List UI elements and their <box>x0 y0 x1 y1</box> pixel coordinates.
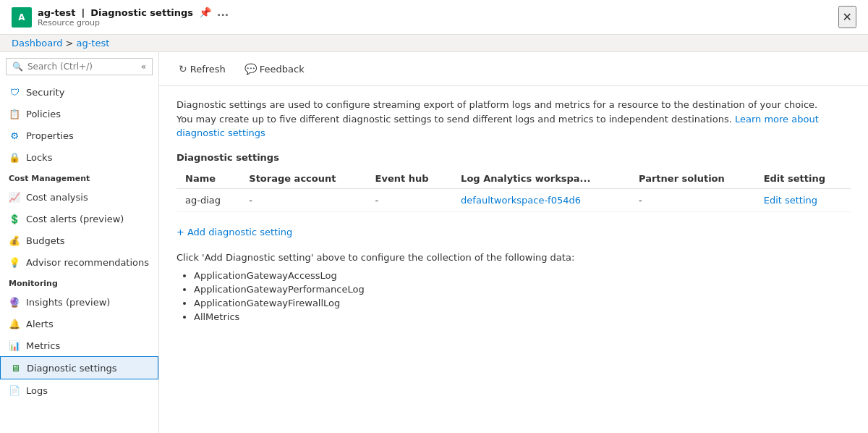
sidebar-label-insights: Insights (preview) <box>26 297 110 308</box>
col-name: Name <box>176 169 240 189</box>
breadcrumb-dashboard[interactable]: Dashboard <box>12 38 63 49</box>
sidebar-item-security[interactable]: 🛡 Security <box>0 81 158 103</box>
resource-name: ag-test <box>38 7 75 18</box>
header-left: A ag-test | Diagnostic settings 📌 ... Re… <box>12 7 229 28</box>
col-edit: Edit setting <box>755 169 851 189</box>
search-container[interactable]: 🔍 « <box>6 58 153 75</box>
col-storage: Storage account <box>240 169 366 189</box>
sidebar-scroll: 🛡 Security 📋 Policies ⚙ Properties 🔒 Loc… <box>0 81 158 433</box>
sidebar-label-logs: Logs <box>26 385 48 396</box>
budgets-icon: 💰 <box>9 235 20 246</box>
description-text: Diagnostic settings are used to configur… <box>176 98 827 140</box>
cell-loganalytics: defaultworkspace-f054d6 <box>452 188 630 211</box>
list-item: AllMetrics <box>194 310 851 324</box>
page-name: Diagnostic settings <box>90 7 193 18</box>
breadcrumb-resource[interactable]: ag-test <box>76 38 109 49</box>
feedback-icon: 💬 <box>244 63 257 75</box>
col-eventhub: Event hub <box>367 169 452 189</box>
logs-icon: 📄 <box>9 384 20 396</box>
sidebar-item-cost-analysis[interactable]: 📈 Cost analysis <box>0 186 158 208</box>
sidebar-item-cost-alerts[interactable]: 💲 Cost alerts (preview) <box>0 208 158 230</box>
sidebar-label-budgets: Budgets <box>26 235 65 246</box>
sidebar-item-budgets[interactable]: 💰 Budgets <box>0 230 158 251</box>
policy-icon: 📋 <box>9 108 20 119</box>
add-diagnostic-setting-button[interactable]: + Add diagnostic setting <box>176 224 292 240</box>
section-title: Diagnostic settings <box>176 152 851 163</box>
section-cost-management: Cost Management <box>0 168 158 186</box>
sidebar-item-advisor[interactable]: 💡 Advisor recommendations <box>0 251 158 273</box>
title-area: ag-test | Diagnostic settings 📌 ... Reso… <box>38 7 229 28</box>
resource-icon: A <box>12 7 32 28</box>
sidebar-label-advisor: Advisor recommendations <box>26 257 149 268</box>
cell-eventhub: - <box>367 188 452 211</box>
cost-alerts-icon: 💲 <box>9 213 20 224</box>
cell-partner: - <box>630 188 755 211</box>
table-row: ag-diag - - defaultworkspace-f054d6 - Ed… <box>176 188 851 211</box>
insights-icon: 🔮 <box>9 296 20 308</box>
sidebar-label-security: Security <box>26 87 64 98</box>
alerts-icon: 🔔 <box>9 318 20 329</box>
properties-icon: ⚙ <box>9 130 20 141</box>
sidebar-item-logs[interactable]: 📄 Logs <box>0 379 158 401</box>
table-header-row: Name Storage account Event hub Log Analy… <box>176 169 851 189</box>
sidebar-item-policies[interactable]: 📋 Policies <box>0 103 158 125</box>
sidebar-item-insights[interactable]: 🔮 Insights (preview) <box>0 291 158 313</box>
list-item: ApplicationGatewayAccessLog <box>194 269 851 282</box>
click-info-text: Click 'Add Diagnostic setting' above to … <box>176 252 851 263</box>
refresh-button[interactable]: ↻ Refresh <box>171 58 234 80</box>
page-title: ag-test | Diagnostic settings 📌 ... <box>38 7 229 18</box>
add-label: Add diagnostic setting <box>187 227 292 237</box>
data-items-list: ApplicationGatewayAccessLogApplicationGa… <box>176 269 851 324</box>
collapse-icon[interactable]: « <box>141 62 146 72</box>
col-loganalytics: Log Analytics workspa... <box>452 169 630 189</box>
main-layout: 🔍 « 🛡 Security 📋 Policies ⚙ Properties 🔒… <box>0 52 868 433</box>
subtitle: Resource group <box>38 18 229 28</box>
sidebar-label-locks: Locks <box>26 152 52 163</box>
sidebar-label-properties: Properties <box>26 130 74 141</box>
sidebar-label-diagnostic: Diagnostic settings <box>27 363 117 374</box>
section-monitoring: Monitoring <box>0 273 158 291</box>
sidebar-label-alerts: Alerts <box>26 319 54 329</box>
top-bar: A ag-test | Diagnostic settings 📌 ... Re… <box>0 0 868 35</box>
sidebar-label-metrics: Metrics <box>26 340 60 351</box>
cell-name: ag-diag <box>176 188 240 211</box>
shield-icon: 🛡 <box>9 86 20 98</box>
cell-storage: - <box>240 188 366 211</box>
feedback-button[interactable]: 💬 Feedback <box>237 58 312 80</box>
toolbar: ↻ Refresh 💬 Feedback <box>159 52 868 86</box>
breadcrumb: Dashboard > ag-test <box>0 35 868 52</box>
sidebar-label-policies: Policies <box>26 109 61 119</box>
sidebar-item-metrics[interactable]: 📊 Metrics <box>0 335 158 356</box>
search-icon: 🔍 <box>12 62 23 72</box>
edit-setting-link[interactable]: Edit setting <box>764 195 817 206</box>
feedback-label: Feedback <box>260 64 305 75</box>
breadcrumb-separator: > <box>66 38 74 49</box>
cell-edit: Edit setting <box>755 188 851 211</box>
diagnostic-icon: 🖥 <box>9 362 21 374</box>
list-item: ApplicationGatewayFirewallLog <box>194 296 851 310</box>
close-button[interactable]: ✕ <box>838 6 856 28</box>
add-icon: + <box>176 227 184 237</box>
pin-icon[interactable]: 📌 <box>199 7 211 18</box>
log-analytics-link[interactable]: defaultworkspace-f054d6 <box>461 195 581 206</box>
lock-icon: 🔒 <box>9 151 20 163</box>
diagnostic-table: Name Storage account Event hub Log Analy… <box>176 169 851 212</box>
sidebar-label-cost-alerts: Cost alerts (preview) <box>26 214 124 224</box>
search-input[interactable] <box>27 62 137 72</box>
sidebar-item-diagnostic[interactable]: 🖥 Diagnostic settings <box>0 356 158 379</box>
refresh-icon: ↻ <box>179 63 187 75</box>
content-area: ↻ Refresh 💬 Feedback Diagnostic settings… <box>159 52 868 433</box>
sidebar-item-properties[interactable]: ⚙ Properties <box>0 125 158 146</box>
col-partner: Partner solution <box>630 169 755 189</box>
sidebar-item-locks[interactable]: 🔒 Locks <box>0 146 158 168</box>
content-body: Diagnostic settings are used to configur… <box>159 86 868 433</box>
sidebar-label-cost-analysis: Cost analysis <box>26 192 88 203</box>
metrics-icon: 📊 <box>9 340 20 351</box>
sidebar-item-alerts[interactable]: 🔔 Alerts <box>0 313 158 335</box>
title-separator: | <box>81 7 85 18</box>
list-item: ApplicationGatewayPerformanceLog <box>194 282 851 296</box>
sidebar: 🔍 « 🛡 Security 📋 Policies ⚙ Properties 🔒… <box>0 52 159 433</box>
more-icon[interactable]: ... <box>217 7 229 18</box>
refresh-label: Refresh <box>190 64 226 75</box>
cost-analysis-icon: 📈 <box>9 191 20 203</box>
